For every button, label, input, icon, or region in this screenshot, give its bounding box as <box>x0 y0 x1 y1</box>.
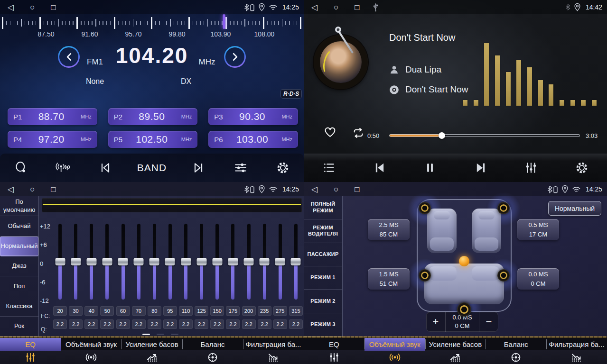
rear-right-speaker[interactable] <box>497 269 510 282</box>
stations-button[interactable] <box>53 157 74 178</box>
front-right-delay[interactable]: 0.5 MS 17 CM <box>517 219 559 240</box>
back-button[interactable]: ◁ <box>311 3 318 11</box>
audio-settings-button[interactable] <box>230 157 251 178</box>
band-slider[interactable] <box>231 224 234 300</box>
tune-up-button[interactable] <box>224 46 246 68</box>
center-subwoofer[interactable] <box>457 302 471 317</box>
tab-surround[interactable]: Объёмный звук <box>364 337 425 364</box>
band-slider-thumb[interactable] <box>181 258 191 265</box>
home-button[interactable]: ○ <box>334 3 338 11</box>
band-slider-thumb[interactable] <box>212 258 222 265</box>
listening-mode-item[interactable]: ПОЛНЫЙ РЕЖИМ <box>304 196 342 219</box>
progress-thumb[interactable] <box>439 132 445 139</box>
band-slider-thumb[interactable] <box>228 258 238 265</box>
listening-mode-item[interactable]: РЕЖИМ 3 <box>304 313 342 337</box>
listening-mode-item[interactable]: РЕЖИМ 2 <box>304 290 342 313</box>
settings-button[interactable] <box>272 157 293 178</box>
tab-label[interactable]: Баланс <box>486 338 546 351</box>
preset-button[interactable]: P2 89.50 MHz <box>108 108 198 125</box>
delay-increase-button[interactable]: + <box>426 312 445 332</box>
next-track-button[interactable] <box>470 157 491 178</box>
tab-filter[interactable]: Фильтрация ба... <box>546 337 607 364</box>
tab-eq[interactable]: EQ <box>304 337 364 364</box>
recents-button[interactable]: □ <box>355 185 359 193</box>
band-slider[interactable] <box>294 224 298 300</box>
recents-button[interactable]: □ <box>51 3 56 11</box>
favorite-button[interactable] <box>324 126 336 138</box>
home-button[interactable]: ○ <box>30 3 35 11</box>
equalizer-button[interactable] <box>521 157 542 178</box>
band-button[interactable]: BAND <box>137 157 167 178</box>
listening-mode-item[interactable]: РЕЖИМ 1 <box>304 266 342 290</box>
tab-label[interactable]: Объёмный звук <box>364 338 425 351</box>
eq-preset-item[interactable]: По умолчанию <box>0 196 38 216</box>
tab-balance[interactable]: Баланс <box>182 337 243 364</box>
band-slider[interactable] <box>58 224 62 300</box>
previous-station-button[interactable] <box>95 157 116 178</box>
eq-preset-item[interactable]: Классика <box>0 296 38 316</box>
band-slider[interactable] <box>153 224 156 300</box>
next-station-button[interactable] <box>188 157 209 178</box>
tab-eq[interactable]: EQ <box>0 337 61 364</box>
preset-button[interactable]: P3 90.30 MHz <box>208 108 298 125</box>
band-slider[interactable] <box>74 224 77 300</box>
previous-track-button[interactable] <box>369 157 390 178</box>
listening-mode-item[interactable]: РЕЖИМ ВОДИТЕЛЯ <box>304 219 342 243</box>
eq-preset-item[interactable]: Обычай <box>0 216 38 236</box>
band-slider-thumb[interactable] <box>118 258 128 265</box>
band-slider[interactable] <box>247 224 251 300</box>
band-slider[interactable] <box>215 224 219 300</box>
rear-left-speaker[interactable] <box>419 269 431 282</box>
band-slider[interactable] <box>279 224 282 300</box>
eq-preset-item[interactable]: Нормальный <box>0 237 38 256</box>
tab-bass-boost[interactable]: Усиление басов <box>425 337 486 364</box>
listening-position-marker[interactable] <box>459 256 469 266</box>
tab-label[interactable]: EQ <box>0 338 61 351</box>
tab-label[interactable]: Объёмный звук <box>61 338 121 351</box>
band-slider-thumb[interactable] <box>102 258 112 265</box>
band-slider-thumb[interactable] <box>196 258 206 265</box>
settings-button[interactable] <box>571 157 592 178</box>
eq-preset-item[interactable]: Джаз <box>0 256 38 276</box>
back-button[interactable]: ◁ <box>8 185 14 193</box>
band-slider[interactable] <box>168 224 172 300</box>
frequency-pointer[interactable] <box>223 14 225 29</box>
band-slider[interactable] <box>137 224 140 300</box>
band-slider-thumb[interactable] <box>55 258 65 265</box>
preset-button[interactable]: P5 102.50 MHz <box>108 131 198 148</box>
band-slider[interactable] <box>184 224 187 300</box>
band-slider[interactable] <box>105 224 109 300</box>
band-slider[interactable] <box>200 224 203 300</box>
eq-preset-item[interactable]: Поп <box>0 276 38 296</box>
band-slider-thumb[interactable] <box>134 258 144 265</box>
rear-right-delay[interactable]: 0.0 MS 0 CM <box>517 268 559 290</box>
listening-mode-item[interactable]: ПАССАЖИР <box>304 243 342 266</box>
rear-left-delay[interactable]: 1.5 MS 51 CM <box>368 268 410 290</box>
repeat-button[interactable] <box>351 127 365 139</box>
home-button[interactable]: ○ <box>30 185 35 193</box>
pause-button[interactable] <box>420 157 440 178</box>
band-slider[interactable] <box>121 224 125 300</box>
front-left-delay[interactable]: 2.5 MS 85 CM <box>368 219 410 240</box>
tab-filter[interactable]: Фильтрация ба... <box>243 337 304 364</box>
band-slider-thumb[interactable] <box>244 258 254 265</box>
band-slider[interactable] <box>90 224 93 300</box>
tab-label[interactable]: Фильтрация ба... <box>546 338 607 351</box>
progress-bar[interactable] <box>389 134 580 137</box>
frequency-scale[interactable] <box>2 16 302 29</box>
band-slider-thumb[interactable] <box>165 258 175 265</box>
eq-preset-item[interactable]: Рок <box>0 317 38 337</box>
preset-button[interactable]: P4 97.20 MHz <box>8 131 97 148</box>
tab-label[interactable]: EQ <box>304 338 364 351</box>
tab-label[interactable]: Баланс <box>182 338 243 351</box>
sound-profile-button[interactable]: Нормальный <box>548 201 601 216</box>
band-slider[interactable] <box>263 224 266 300</box>
tab-label[interactable]: Усиление басов <box>425 338 486 351</box>
preset-button[interactable]: P1 88.70 MHz <box>8 108 97 125</box>
home-button[interactable]: ○ <box>334 185 338 193</box>
tab-bass-boost[interactable]: Усиление басов <box>121 337 182 364</box>
tab-label[interactable]: Фильтрация ба... <box>243 338 304 351</box>
delay-decrease-button[interactable]: − <box>479 312 498 332</box>
band-slider-thumb[interactable] <box>275 258 285 265</box>
tab-surround[interactable]: Объёмный звук <box>61 337 121 364</box>
